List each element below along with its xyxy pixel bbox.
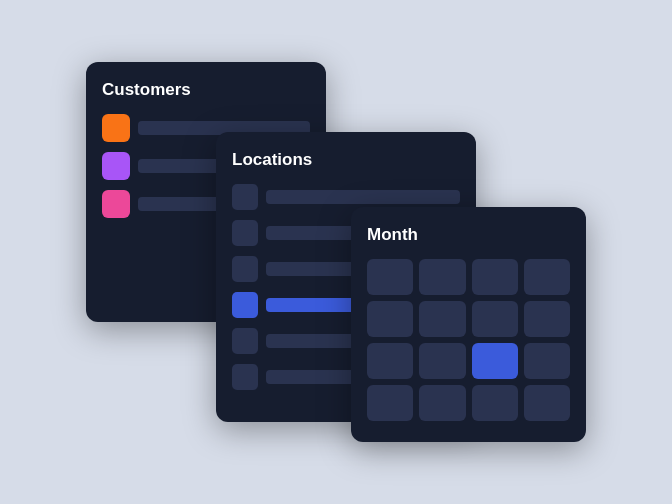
month-grid	[367, 259, 570, 421]
month-card: Month	[351, 207, 586, 442]
color-dot	[102, 152, 130, 180]
month-cell[interactable]	[367, 385, 413, 421]
loc-square	[232, 256, 258, 282]
month-cell[interactable]	[472, 343, 518, 379]
locations-title: Locations	[232, 150, 460, 170]
month-cell[interactable]	[367, 343, 413, 379]
month-cell[interactable]	[419, 301, 465, 337]
color-dot	[102, 114, 130, 142]
loc-square	[232, 184, 258, 210]
loc-square	[232, 364, 258, 390]
month-cell[interactable]	[524, 343, 570, 379]
month-cell[interactable]	[419, 259, 465, 295]
month-cell[interactable]	[367, 301, 413, 337]
scene: Customers Locations	[86, 62, 586, 442]
month-cell[interactable]	[524, 301, 570, 337]
color-dot	[102, 190, 130, 218]
month-cell[interactable]	[419, 343, 465, 379]
month-title: Month	[367, 225, 570, 245]
loc-square	[232, 328, 258, 354]
loc-square	[232, 220, 258, 246]
customers-title: Customers	[102, 80, 310, 100]
month-cell[interactable]	[472, 385, 518, 421]
loc-bar	[266, 190, 460, 204]
month-cell[interactable]	[472, 259, 518, 295]
month-cell[interactable]	[472, 301, 518, 337]
month-cell[interactable]	[524, 259, 570, 295]
month-cell[interactable]	[419, 385, 465, 421]
loc-square	[232, 292, 258, 318]
month-cell[interactable]	[367, 259, 413, 295]
month-cell[interactable]	[524, 385, 570, 421]
